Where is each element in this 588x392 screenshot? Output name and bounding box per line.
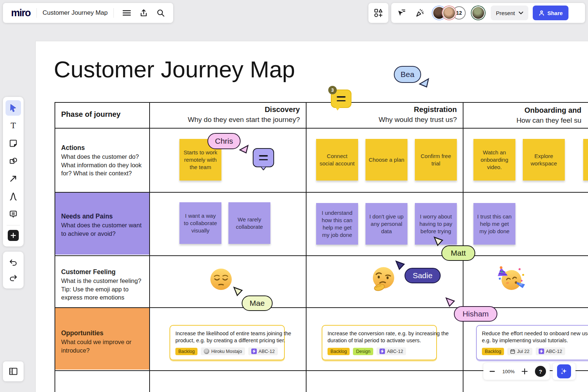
share-button[interactable]: Share: [533, 6, 569, 20]
frames-icon: [8, 367, 18, 376]
sticky-note[interactable]: Watch an onboarding video.: [473, 139, 515, 181]
tag-design[interactable]: Design: [353, 348, 373, 355]
cursor-hisham: [445, 297, 455, 307]
arrow-icon: [9, 175, 17, 183]
bolt-icon: [251, 349, 257, 354]
comment-icon: [9, 210, 18, 218]
sticky-note[interactable]: I don't give up any personal data: [365, 203, 407, 245]
select-tool[interactable]: [6, 100, 21, 116]
collaborator-avatar[interactable]: [442, 6, 456, 20]
table-line-v1: [149, 102, 150, 392]
sticky-note[interactable]: Explore workspace: [523, 139, 565, 181]
collaboration-toolbar: 12 Present Share: [391, 3, 585, 23]
sticky-note[interactable]: [583, 139, 588, 181]
board-title[interactable]: Customer Journey Map: [43, 9, 108, 17]
tag-backlog[interactable]: Backlog: [328, 348, 350, 355]
export-icon: [139, 8, 148, 17]
board-heading[interactable]: Customer Journey Map: [54, 56, 295, 83]
opportunity-card[interactable]: Increase the likelihood of entire teams …: [169, 325, 285, 360]
sticky-note[interactable]: I trust this can help me get my job done: [473, 203, 515, 245]
export-button[interactable]: [137, 6, 151, 20]
column-header-discovery: Discovery Why do they even start the jou…: [155, 105, 300, 125]
sticky-note[interactable]: Choose a plan: [365, 139, 407, 181]
zoom-out-button[interactable]: [487, 366, 497, 377]
present-button[interactable]: Present: [491, 6, 528, 20]
zoom-in-button[interactable]: [519, 366, 530, 377]
cursor-mae: [233, 286, 243, 297]
minus-icon: [490, 371, 495, 372]
follow-cursor-button[interactable]: [394, 6, 408, 20]
bolt-icon: [539, 349, 544, 354]
reactions-button[interactable]: [413, 6, 427, 20]
text-tool[interactable]: T: [6, 118, 21, 133]
opportunity-card[interactable]: Increase the conversion rate, e.g. by in…: [322, 325, 437, 360]
calendar-icon: [510, 349, 515, 354]
main-menu-button[interactable]: [120, 6, 134, 20]
comment-tool[interactable]: [6, 206, 21, 222]
opportunity-card[interactable]: Reduce the effort needed to onboard new …: [476, 325, 588, 360]
undo-button[interactable]: [6, 256, 21, 269]
miro-logo[interactable]: miro: [11, 7, 31, 19]
creation-toolbar: T: [3, 97, 24, 246]
cursor-label-bea: Bea: [394, 66, 421, 83]
party-popper-icon: [415, 8, 424, 17]
cursor-label-chris: Chris: [207, 133, 241, 149]
divider: [36, 8, 37, 18]
table-border-left: [55, 102, 55, 392]
tag-backlog[interactable]: Backlog: [482, 348, 504, 355]
cursor-label-matt: Matt: [441, 245, 475, 261]
cursor-icon: [9, 104, 17, 112]
history-toolbar: [3, 252, 24, 288]
cursor-chris: [239, 144, 249, 154]
thinking-face-emoji[interactable]: [371, 266, 396, 292]
pensive-face-emoji[interactable]: [209, 267, 233, 291]
search-button[interactable]: [154, 6, 168, 20]
frames-panel-button[interactable]: [3, 361, 24, 381]
add-more-tools-button[interactable]: [8, 230, 19, 241]
table-line-h4: [55, 307, 588, 308]
comment-thread-bubble[interactable]: 3: [331, 90, 351, 108]
redo-button[interactable]: [6, 271, 21, 284]
apps-button[interactable]: [368, 3, 388, 23]
pen-tool[interactable]: [6, 189, 21, 204]
tag-jira-issue[interactable]: ABC-12: [377, 347, 406, 355]
tag-backlog[interactable]: Backlog: [175, 348, 197, 355]
divider: [7, 225, 20, 225]
ai-assist-button[interactable]: [557, 364, 571, 378]
partying-face-emoji[interactable]: [497, 264, 526, 294]
comment-icon-bubble[interactable]: [253, 148, 274, 167]
chevron-down-icon: [519, 11, 523, 14]
cursor-label-mae: Mae: [242, 295, 273, 311]
tag-jira-issue[interactable]: ABC-12: [248, 347, 278, 355]
user-avatar[interactable]: [472, 6, 485, 20]
divider: [113, 8, 114, 18]
svg-text:T: T: [11, 121, 16, 130]
tag-assignee[interactable]: Hiroku Mostajo: [201, 347, 245, 355]
help-button[interactable]: ?: [535, 366, 546, 377]
assignee-avatar: [204, 349, 209, 354]
zoom-level[interactable]: 100%: [503, 369, 515, 374]
sticky-note-icon: [9, 139, 18, 148]
sticky-note[interactable]: We rarely collaborate: [228, 202, 270, 244]
tag-jira-issue[interactable]: ABC-12: [536, 347, 565, 355]
cursor-matt: [433, 236, 444, 246]
comment-count-badge: 3: [328, 86, 337, 94]
undo-icon: [9, 259, 18, 266]
cursor-bea: [419, 78, 430, 88]
row-label-opportunities: Opportunities What could we improve or i…: [61, 329, 132, 354]
sticky-note[interactable]: I want a way to collaborate visually: [179, 202, 221, 244]
connector-tool[interactable]: [6, 171, 21, 186]
sticky-note[interactable]: I understand how this can help me get my…: [316, 203, 358, 245]
shapes-tool[interactable]: [6, 153, 21, 169]
sticky-note-tool[interactable]: [6, 136, 21, 151]
sticky-note[interactable]: Confirm free trial: [415, 139, 457, 181]
table-line-v2: [306, 102, 307, 392]
tag-due-date[interactable]: Jul 22: [507, 348, 532, 355]
zoom-toolbar: 100% ?: [483, 363, 550, 380]
row-label-feeling: Customer Feeling What is the customer fe…: [61, 268, 141, 302]
sticky-note[interactable]: Connect social account: [316, 139, 358, 181]
plus-icon: [11, 233, 16, 238]
apps-icon: [374, 8, 383, 18]
table-line-h2: [55, 192, 588, 193]
app-toolbar: miro Customer Journey Map: [3, 3, 173, 23]
